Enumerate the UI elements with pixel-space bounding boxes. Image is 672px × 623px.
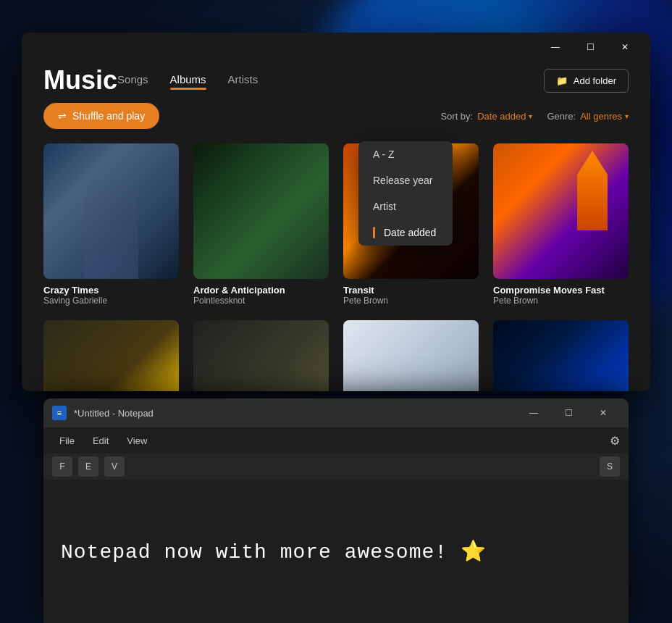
notepad-window: ≡ *Untitled - Notepad — ☐ ✕ File Edit Vi… xyxy=(43,398,629,623)
dropdown-item-artist[interactable]: Artist xyxy=(358,193,453,219)
notepad-minimize-button[interactable]: — xyxy=(517,401,550,425)
notepad-app-icon: ≡ xyxy=(52,406,67,420)
music-toolbar: ⇌ Shuffle and play Sort by: Date added ▾… xyxy=(43,96,629,143)
album-art-row2-2 xyxy=(193,320,329,391)
notepad-content-area[interactable]: Notepad now with more awesome! ⭐ xyxy=(43,480,629,623)
nav-songs[interactable]: Songs xyxy=(117,73,148,88)
dropdown-item-az[interactable]: A - Z xyxy=(358,141,453,167)
album-card-row2-1[interactable] xyxy=(43,320,179,391)
notepad-star-emoji: ⭐ xyxy=(461,541,487,564)
music-content: ⇌ Shuffle and play Sort by: Date added ▾… xyxy=(22,96,650,391)
genre-group: Genre: All genres ▾ xyxy=(547,111,629,122)
dropdown-item-date-added[interactable]: Date added xyxy=(358,219,453,246)
shuffle-play-button[interactable]: ⇌ Shuffle and play xyxy=(43,103,159,129)
dropdown-label-date-added: Date added xyxy=(384,227,436,238)
music-minimize-button[interactable]: — xyxy=(539,35,572,59)
album-artist-transit: Pete Brown xyxy=(343,296,479,306)
dropdown-label-artist: Artist xyxy=(373,201,396,212)
music-window-controls: — ☐ ✕ xyxy=(539,35,642,59)
sort-chevron-icon: ▾ xyxy=(529,112,532,120)
album-artist-compromise: Pete Brown xyxy=(493,296,629,306)
genre-label: Genre: xyxy=(547,111,576,122)
dropdown-label-release-year: Release year xyxy=(373,175,433,186)
album-art-row2-1 xyxy=(43,320,179,391)
shuffle-label: Shuffle and play xyxy=(72,110,145,122)
album-card-ardor[interactable]: Ardor & Anticipation Pointlessknot xyxy=(193,143,329,306)
music-app-title: Music xyxy=(43,65,117,96)
album-card-row2-3[interactable] xyxy=(343,320,479,391)
notepad-close-button[interactable]: ✕ xyxy=(587,401,620,425)
add-folder-label: Add folder xyxy=(574,75,616,86)
sort-by-label: Sort by: xyxy=(440,111,473,122)
music-maximize-button[interactable]: ☐ xyxy=(574,35,607,59)
album-card-row2-4[interactable] xyxy=(493,320,629,391)
album-name-ardor: Ardor & Anticipation xyxy=(193,285,329,296)
album-card-compromise[interactable]: Compromise Moves Fast Pete Brown xyxy=(493,143,629,306)
genre-value-text: All genres xyxy=(580,111,622,122)
folder-icon: 📁 xyxy=(556,75,568,86)
shortcut-f-key[interactable]: F xyxy=(52,456,72,477)
notepad-main-text: Notepad now with more awesome! xyxy=(61,541,448,564)
notepad-titlebar: ≡ *Untitled - Notepad — ☐ ✕ xyxy=(43,398,629,427)
album-art-ardor xyxy=(193,143,329,279)
shuffle-icon: ⇌ xyxy=(58,110,67,122)
notepad-menu-edit[interactable]: Edit xyxy=(85,432,116,449)
shortcut-s-key[interactable]: S xyxy=(600,456,620,477)
genre-chevron-icon: ▾ xyxy=(625,112,629,120)
album-artist-ardor: Pointlessknot xyxy=(193,296,329,306)
notepad-menu-view[interactable]: View xyxy=(119,432,154,449)
sort-by-value[interactable]: Date added ▾ xyxy=(477,111,532,122)
album-name-transit: Transit xyxy=(343,285,479,296)
sort-dropdown-menu: A - Z Release year Artist Date added xyxy=(358,141,453,246)
album-card-row2-2[interactable] xyxy=(193,320,329,391)
sort-by-group: Sort by: Date added ▾ xyxy=(440,111,532,122)
dropdown-item-release-year[interactable]: Release year xyxy=(358,167,453,193)
music-titlebar: — ☐ ✕ xyxy=(22,33,650,62)
notepad-text-content: Notepad now with more awesome! ⭐ xyxy=(61,539,487,564)
music-window: — ☐ ✕ Music Songs Albums Artists 📁 Add f… xyxy=(22,33,650,391)
notepad-shortcuts-bar: F E V S xyxy=(43,453,629,480)
notepad-maximize-button[interactable]: ☐ xyxy=(552,401,585,425)
music-close-button[interactable]: ✕ xyxy=(608,35,642,59)
album-art-compromise xyxy=(493,143,629,279)
sort-by-value-text: Date added xyxy=(477,111,526,122)
album-art-row2-4 xyxy=(493,320,629,391)
notepad-menu-file[interactable]: File xyxy=(52,432,82,449)
album-artist-crazy-times: Saving Gabrielle xyxy=(43,296,179,306)
genre-value[interactable]: All genres ▾ xyxy=(580,111,629,122)
album-art-crazy-times xyxy=(43,143,179,279)
music-nav: Songs Albums Artists xyxy=(117,73,258,88)
albums-grid: Crazy Times Saving Gabrielle Ardor & Ant… xyxy=(43,143,629,391)
sort-controls: Sort by: Date added ▾ Genre: All genres … xyxy=(440,111,629,122)
music-header-row: Music Songs Albums Artists 📁 Add folder xyxy=(22,62,650,96)
nav-albums[interactable]: Albums xyxy=(170,73,206,88)
shortcut-e-key[interactable]: E xyxy=(78,456,98,477)
album-name-compromise: Compromise Moves Fast xyxy=(493,285,629,296)
album-name-crazy-times: Crazy Times xyxy=(43,285,179,296)
album-art-row2-3 xyxy=(343,320,479,391)
nav-artists[interactable]: Artists xyxy=(228,73,259,88)
shortcut-v-key[interactable]: V xyxy=(104,456,125,477)
notepad-settings-button[interactable]: ⚙ xyxy=(610,434,620,448)
notepad-window-title: *Untitled - Notepad xyxy=(74,408,510,419)
add-folder-button[interactable]: 📁 Add folder xyxy=(544,69,629,93)
notepad-menubar: File Edit View ⚙ xyxy=(43,427,629,453)
dropdown-label-az: A - Z xyxy=(373,149,395,160)
notepad-window-controls: — ☐ ✕ xyxy=(517,401,620,425)
album-card-crazy-times[interactable]: Crazy Times Saving Gabrielle xyxy=(43,143,179,306)
